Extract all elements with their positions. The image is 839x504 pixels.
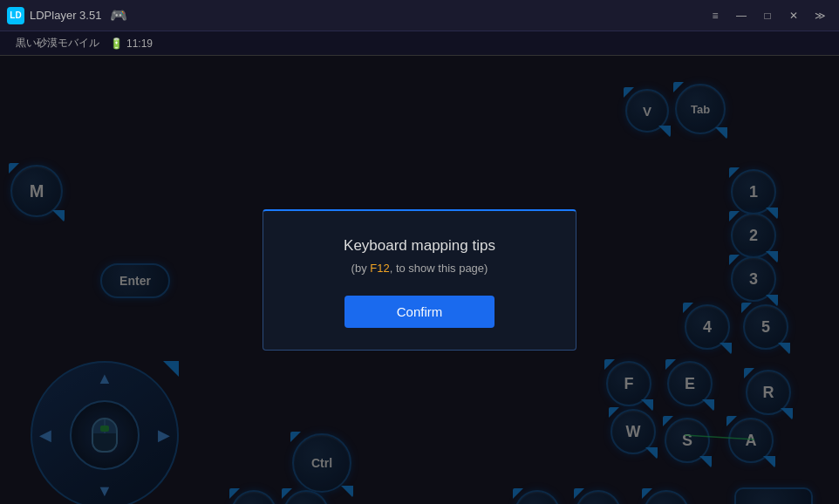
expand-button[interactable]: ≫ xyxy=(808,3,832,28)
maximize-button[interactable]: □ xyxy=(755,3,780,28)
main-area: V Tab M Enter 1 2 3 4 5 F E xyxy=(0,56,839,504)
battery-icon: 🔋 xyxy=(110,37,123,50)
window-controls[interactable]: ≡ — □ ✕ ≫ xyxy=(703,3,832,28)
modal-dialog: Keyboard mapping tips (by F12, to show t… xyxy=(263,209,576,351)
close-button[interactable]: ✕ xyxy=(781,3,806,28)
clock-display: 11:19 xyxy=(126,37,153,50)
modal-subtitle: (by F12, to show this page) xyxy=(290,262,549,275)
tab-bar: 黒い砂漠モバイル 🔋 11:19 xyxy=(0,31,839,56)
logo-area: LD LDPlayer 3.51 🎮 xyxy=(7,7,703,24)
minimize-button[interactable]: — xyxy=(729,3,754,28)
app-title: LDPlayer 3.51 xyxy=(30,9,101,22)
hotkey-highlight: F12 xyxy=(370,262,389,275)
app-logo: LD xyxy=(7,7,24,24)
title-bar: LD LDPlayer 3.51 🎮 ≡ — □ ✕ ≫ xyxy=(0,0,839,31)
menu-button[interactable]: ≡ xyxy=(703,3,727,28)
modal-overlay: Keyboard mapping tips (by F12, to show t… xyxy=(0,56,839,504)
game-tab[interactable]: 黒い砂漠モバイル xyxy=(9,36,106,51)
confirm-button[interactable]: Confirm xyxy=(344,296,495,328)
modal-title: Keyboard mapping tips xyxy=(290,237,549,255)
gamepad-icon: 🎮 xyxy=(110,7,127,24)
